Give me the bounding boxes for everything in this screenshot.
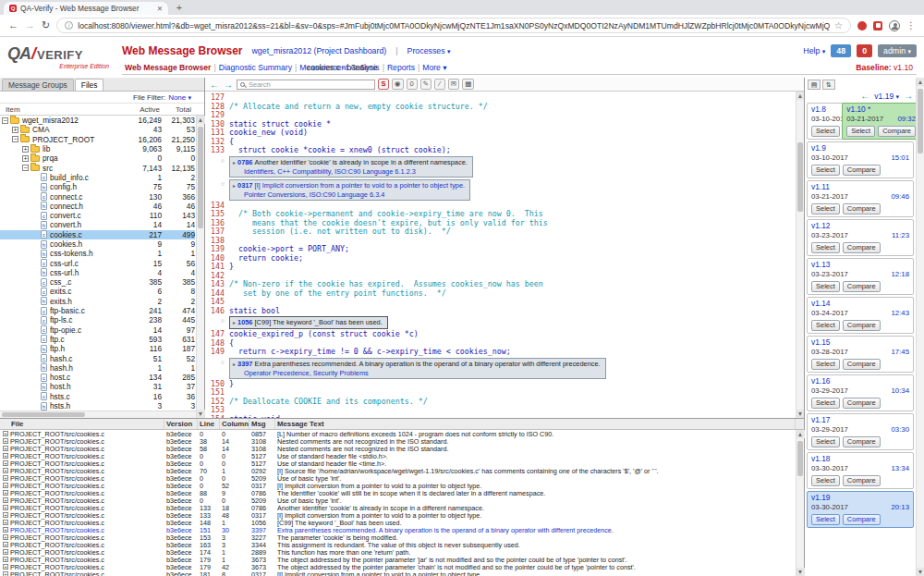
row-expand-icon[interactable]: + (3, 520, 8, 525)
compare-button[interactable]: Compare (843, 281, 881, 292)
zero-count-button[interactable]: 0 (407, 79, 418, 90)
scrollbar-thumb[interactable] (797, 441, 803, 476)
diagnostic-message-0786[interactable]: ▸0786 Another identifier 'cookie' is alr… (229, 156, 473, 178)
compare-button[interactable]: Compare (843, 320, 881, 331)
diagnostic-message-1056[interactable]: ▸1056 [C99] The keyword '_Bool' has been… (229, 316, 388, 329)
tree-item-cookies-c[interactable]: ccookies.c217499 (0, 230, 195, 239)
tree-item-hsts-c[interactable]: chsts.c1636 (0, 392, 195, 401)
tab-close-icon[interactable]: ✕ (157, 5, 163, 13)
layout-button[interactable]: ▤ (808, 80, 821, 90)
compare-button[interactable]: Compare (843, 475, 881, 486)
row-expand-icon[interactable]: + (3, 571, 8, 576)
row-expand-icon[interactable]: + (3, 534, 8, 540)
column-header-version[interactable]: Version (164, 419, 198, 429)
select-button[interactable]: Select (811, 281, 840, 292)
column-header-active[interactable]: Active (114, 105, 160, 114)
message-reference-link[interactable]: Pointer Conversions, ISO:C90 Language 6.… (233, 190, 465, 199)
row-expand-icon[interactable]: + (3, 505, 8, 510)
help-menu[interactable]: Help ▾ (803, 46, 825, 55)
scrollbar-thumb[interactable] (2, 412, 85, 417)
browser-tab[interactable]: Q QA-Verify - Web Message Browser ✕ (4, 2, 168, 15)
row-expand-icon[interactable]: + (3, 483, 8, 488)
tree-item-host-h[interactable]: hhost.h3137 (0, 382, 195, 391)
processes-menu[interactable]: Processes ▾ (407, 46, 451, 55)
row-expand-icon[interactable]: + (3, 497, 8, 503)
message-id-link[interactable]: 0786 (237, 158, 255, 166)
bookmark-star-icon[interactable]: ☆ (834, 20, 843, 31)
row-expand-icon[interactable]: + (3, 475, 8, 481)
diagnostic-message-3397[interactable]: ▸3397 Extra parentheses recommended. A b… (229, 358, 606, 379)
new-tab-button[interactable]: + (172, 2, 187, 14)
scrollbar-thumb[interactable] (797, 142, 803, 212)
column-header-item[interactable]: Item (2, 105, 114, 114)
file-filter-dropdown[interactable]: None ▾ (168, 93, 191, 102)
scroll-up-icon[interactable] (796, 430, 805, 438)
row-expand-icon[interactable]: + (3, 446, 8, 451)
tree-item-convert-h[interactable]: hconvert.h1414 (0, 220, 195, 229)
select-button[interactable]: Select (811, 320, 840, 331)
version-label[interactable]: v1.13 (811, 260, 909, 270)
message-reference-link[interactable]: Identifiers, C++ Compatibility, ISO:C90 … (233, 167, 468, 176)
tree-item-ftp-h[interactable]: hftp.h116187 (0, 344, 195, 353)
compare-button[interactable]: Compare (843, 436, 881, 447)
compare-button[interactable]: Compare (843, 165, 881, 176)
diagnostic-message-0317[interactable]: ▸0317 [I] Implicit conversion from a poi… (229, 179, 470, 201)
column-header-msg[interactable]: Msg (249, 419, 275, 429)
scroll-down-icon[interactable] (796, 410, 804, 418)
version-label[interactable]: v1.15 (811, 337, 909, 348)
select-button[interactable]: Select (811, 398, 840, 409)
message-id-link[interactable]: 1056 (237, 318, 255, 326)
browser-refresh-button[interactable]: ↻ (42, 20, 50, 31)
row-expand-icon[interactable]: + (3, 460, 8, 466)
tree-expander-icon[interactable]: + (22, 146, 29, 153)
extension-icon-square[interactable] (873, 21, 882, 31)
file-tree-hscrollbar[interactable] (0, 411, 196, 418)
row-expand-icon[interactable]: + (3, 512, 8, 518)
compare-button[interactable]: Compare (878, 126, 916, 137)
row-expand-icon[interactable]: + (3, 549, 8, 555)
nav-item-reports[interactable]: Reports (387, 63, 415, 72)
tree-item-css-c[interactable]: ccss_.c385385 (0, 277, 195, 287)
row-expand-icon[interactable]: + (3, 490, 8, 496)
tree-item-ftp-basic-c[interactable]: cftp-basic.c241474 (0, 306, 195, 315)
tree-item-connect-c[interactable]: cconnect.c130366 (0, 191, 195, 201)
version-label[interactable]: v1.9 (811, 143, 909, 153)
message-id-link[interactable]: 3397 (237, 360, 255, 368)
tree-item-prqa[interactable]: +prqa00 (0, 153, 195, 163)
tree-item-cma[interactable]: +CMA4353 (0, 125, 195, 134)
version-label[interactable]: v1.17 (811, 415, 909, 425)
version-label[interactable]: v1.18 (811, 454, 909, 464)
code-scrollbar[interactable] (796, 92, 804, 418)
tree-expander-icon[interactable]: − (22, 165, 29, 171)
tree-expander-icon[interactable]: − (2, 117, 8, 124)
profile-avatar-icon[interactable] (889, 20, 900, 31)
tab-files[interactable]: Files (75, 79, 104, 91)
scroll-up-icon[interactable] (917, 78, 924, 86)
row-expand-icon[interactable]: + (3, 557, 8, 562)
sort-versions-button[interactable]: ⇅ (822, 80, 835, 90)
next-version-button[interactable]: → (904, 91, 913, 101)
tree-item-lib[interactable]: +lib9,0639,115 (0, 144, 195, 153)
page-info-icon[interactable]: i (65, 21, 73, 30)
tree-item-config-h[interactable]: hconfig.h7575 (0, 182, 195, 191)
compare-button[interactable]: Compare (843, 514, 881, 525)
tree-item-css-url-c[interactable]: ccss-url.c1556 (0, 258, 195, 267)
row-expand-icon[interactable]: + (3, 438, 8, 444)
select-button[interactable]: Select (811, 475, 840, 486)
tree-item-project-root[interactable]: −PROJECT_ROOT16,20621,250 (0, 135, 195, 144)
compare-button[interactable]: Compare (843, 203, 881, 214)
browser-back-button[interactable]: ← (8, 20, 18, 31)
tree-item-convert-c[interactable]: cconvert.c110143 (0, 211, 195, 220)
tree-item-host-c[interactable]: chost.c134285 (0, 373, 195, 382)
version-label[interactable]: v1.19 (811, 493, 909, 503)
tree-item-css-url-h[interactable]: hcss-url.h44 (0, 268, 195, 277)
nav-item-diagnostic-summary[interactable]: Diagnostic Summary (219, 63, 292, 72)
tree-item-wget-misra2012[interactable]: −wget_misra201216,24921,303 (0, 116, 195, 125)
row-expand-icon[interactable]: + (3, 468, 8, 473)
column-header-column[interactable]: Column (220, 419, 249, 429)
tree-item-ftp-ls-c[interactable]: cftp-ls.c238445 (0, 315, 195, 325)
mail-button[interactable]: ✉ (448, 79, 459, 90)
select-button[interactable]: Select (811, 242, 840, 253)
active-count-badge[interactable]: 48 (831, 44, 851, 57)
nav-item-more[interactable]: More ▾ (422, 63, 446, 72)
